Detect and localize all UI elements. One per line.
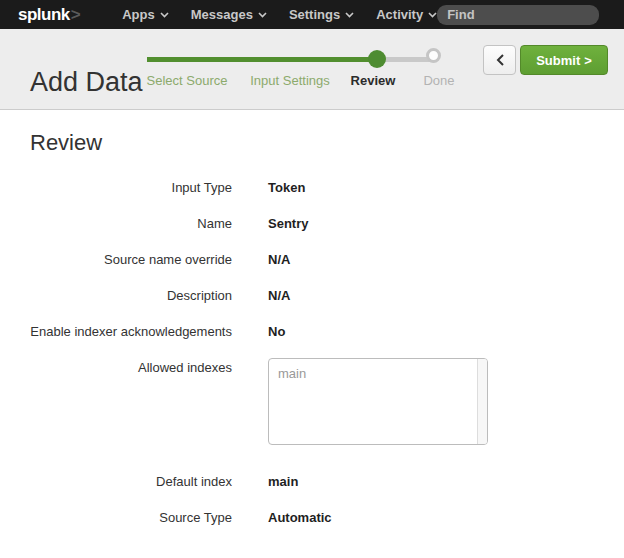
field-row-source-name-override: Source name override N/A xyxy=(0,250,624,270)
splunk-add-data-page: splunk> Apps Messages Settings Activity … xyxy=(0,0,624,558)
scrollbar[interactable] xyxy=(477,359,487,444)
top-nav: splunk> Apps Messages Settings Activity xyxy=(0,0,624,29)
chevron-right-icon: > xyxy=(584,53,592,68)
add-data-header: Add Data Select Source Input Settings Re… xyxy=(0,29,624,110)
step-dot-review xyxy=(368,50,386,68)
field-label: Enable indexer acknowledgements xyxy=(30,322,232,342)
submit-button-label: Submit xyxy=(536,53,580,68)
find-input[interactable] xyxy=(437,5,599,25)
allowed-indexes-listbox[interactable]: main xyxy=(268,358,488,445)
field-value: Sentry xyxy=(268,214,308,234)
splunk-logo-text: splunk xyxy=(18,5,70,24)
progress-bar-complete xyxy=(147,57,377,62)
chevron-left-icon xyxy=(496,54,504,66)
nav-item-label: Messages xyxy=(191,7,253,22)
list-item: main xyxy=(269,359,487,389)
nav-item-apps[interactable]: Apps xyxy=(122,7,169,22)
field-label: Source name override xyxy=(30,250,232,270)
field-label: Description xyxy=(30,286,232,306)
nav-item-settings[interactable]: Settings xyxy=(289,7,354,22)
field-value: Automatic xyxy=(268,508,332,528)
field-row-description: Description N/A xyxy=(0,286,624,306)
field-row-input-type: Input Type Token xyxy=(0,178,624,198)
nav-item-label: Apps xyxy=(122,7,155,22)
caret-down-icon xyxy=(345,12,354,18)
caret-down-icon xyxy=(258,12,267,18)
field-value: No xyxy=(268,322,285,342)
submit-button[interactable]: Submit > xyxy=(520,45,608,75)
review-content: Review Input Type Token Name Sentry Sour… xyxy=(0,130,624,528)
nav-item-activity[interactable]: Activity xyxy=(376,7,437,22)
step-label-done: Done xyxy=(423,73,454,88)
nav-item-label: Settings xyxy=(289,7,340,22)
splunk-logo-chevron-icon: > xyxy=(71,5,80,24)
field-row-allowed-indexes: Allowed indexes main xyxy=(0,358,624,445)
field-row-indexer-acknowledgements: Enable indexer acknowledgements No xyxy=(0,322,624,342)
field-label: Source Type xyxy=(30,508,232,528)
field-value: N/A xyxy=(268,250,290,270)
field-label: Default index xyxy=(30,472,232,492)
field-row-default-index: Default index main xyxy=(0,472,624,492)
field-row-source-type: Source Type Automatic xyxy=(0,508,624,528)
caret-down-icon xyxy=(160,12,169,18)
review-fields: Input Type Token Name Sentry Source name… xyxy=(0,178,624,528)
field-label: Input Type xyxy=(30,178,232,198)
field-row-name: Name Sentry xyxy=(0,214,624,234)
field-value: Token xyxy=(268,178,305,198)
caret-down-icon xyxy=(428,12,437,18)
step-ring-done xyxy=(426,48,441,63)
field-label: Allowed indexes xyxy=(30,358,232,445)
step-label-input-settings[interactable]: Input Settings xyxy=(250,73,330,88)
nav-item-messages[interactable]: Messages xyxy=(191,7,267,22)
splunk-logo[interactable]: splunk> xyxy=(18,5,80,25)
step-label-select-source[interactable]: Select Source xyxy=(147,73,228,88)
field-value: N/A xyxy=(268,286,290,306)
field-label: Name xyxy=(30,214,232,234)
field-value: main xyxy=(268,472,298,492)
step-label-review: Review xyxy=(351,73,396,88)
review-heading: Review xyxy=(30,130,624,156)
back-button[interactable] xyxy=(483,45,516,75)
nav-item-label: Activity xyxy=(376,7,423,22)
